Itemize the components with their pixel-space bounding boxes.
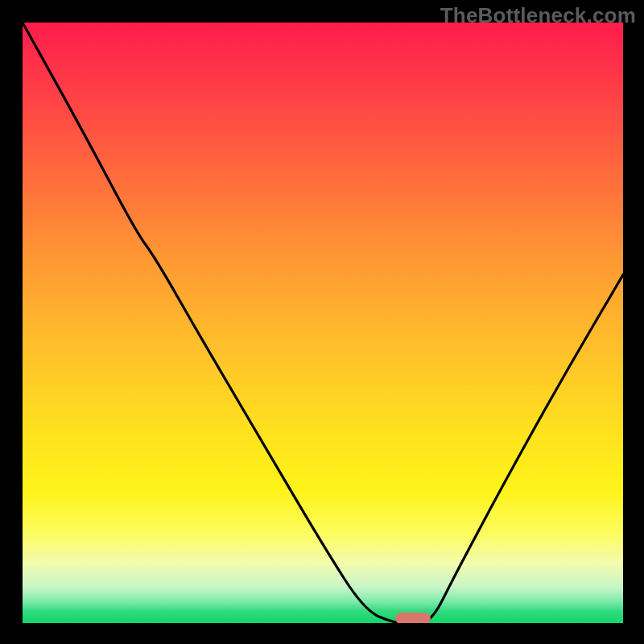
- optimal-range-marker: [395, 613, 431, 623]
- chart-frame: TheBottleneck.com: [0, 0, 644, 644]
- watermark-text: TheBottleneck.com: [440, 3, 636, 28]
- bottleneck-curve: [23, 23, 623, 623]
- plot-area: [23, 23, 623, 623]
